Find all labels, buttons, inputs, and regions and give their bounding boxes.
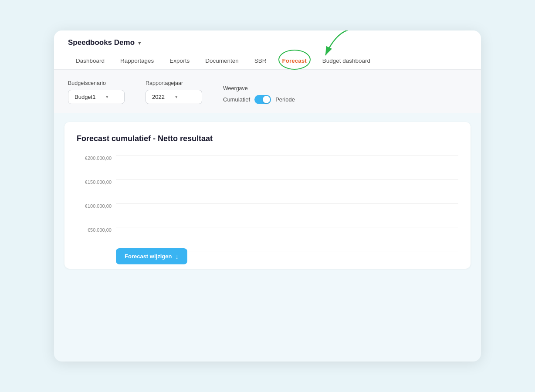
tab-sbr[interactable]: SBR — [247, 53, 274, 69]
tab-budget-dashboard[interactable]: Budget dashboard — [315, 53, 378, 69]
rapportagejaar-label: Rapportagejaar — [146, 80, 202, 86]
brand-name: Speedbooks Demo — [68, 38, 135, 47]
tab-forecast[interactable]: Forecast — [274, 53, 314, 69]
weergave-label: Weergave — [223, 85, 295, 91]
brand-row: Speedbooks Demo ▾ — [68, 38, 467, 47]
tab-documenten[interactable]: Documenten — [197, 53, 247, 69]
y-label-100k: €100.000,00 — [85, 203, 112, 209]
chart-area: €200.000,00 €150.000,00 €100.000,00 €50.… — [77, 155, 458, 269]
rapportagejaar-select[interactable]: 2022 ▾ — [146, 90, 202, 104]
chart-title: Forecast cumulatief - Netto resultaat — [77, 134, 458, 143]
tab-dashboard[interactable]: Dashboard — [68, 53, 112, 69]
budgetscenario-select[interactable]: Budget1 ▾ — [68, 90, 125, 104]
bars-container — [116, 155, 458, 251]
periode-label: Periode — [275, 96, 295, 103]
toggle-knob — [263, 96, 270, 103]
y-label-50k: €50.000,00 — [88, 227, 112, 233]
toggle-row: Cumulatief Periode — [223, 95, 295, 104]
y-label-200k: €200.000,00 — [85, 155, 112, 161]
nav-tabs: Dashboard Rapportages Exports Documenten… — [68, 53, 467, 69]
y-label-150k: €150.000,00 — [85, 179, 112, 185]
main-content: Forecast cumulatief - Netto resultaat €2… — [64, 122, 471, 269]
weergave-group: Weergave Cumulatief Periode — [223, 85, 295, 104]
weergave-toggle[interactable] — [254, 95, 271, 104]
tab-forecast-wrapper: Forecast — [274, 53, 314, 69]
rapportagejaar-chevron-icon: ▾ — [175, 94, 178, 100]
forecast-wijzigen-button[interactable]: Forecast wijzigen ↓ — [116, 248, 187, 264]
cumulatief-label: Cumulatief — [223, 96, 250, 103]
rapportagejaar-value: 2022 — [152, 94, 165, 100]
forecast-btn-arrow-icon: ↓ — [175, 253, 179, 260]
controls-bar: Budgetscenario Budget1 ▾ Rapportagejaar … — [54, 70, 481, 113]
rapportagejaar-group: Rapportagejaar 2022 ▾ — [146, 80, 202, 104]
chart-body: Forecast wijzigen ↓ — [116, 155, 458, 269]
brand-chevron-icon[interactable]: ▾ — [138, 40, 141, 46]
forecast-btn-label: Forecast wijzigen — [125, 253, 172, 260]
budgetscenario-value: Budget1 — [74, 94, 95, 100]
tab-exports[interactable]: Exports — [162, 53, 197, 69]
header: Speedbooks Demo ▾ Dashboard Rapportages … — [54, 30, 481, 70]
budgetscenario-label: Budgetscenario — [68, 80, 125, 86]
budgetscenario-chevron-icon: ▾ — [106, 94, 108, 100]
budgetscenario-group: Budgetscenario Budget1 ▾ — [68, 80, 125, 104]
y-axis: €200.000,00 €150.000,00 €100.000,00 €50.… — [77, 155, 116, 251]
tab-rapportages[interactable]: Rapportages — [112, 53, 162, 69]
app-container: Speedbooks Demo ▾ Dashboard Rapportages … — [54, 30, 481, 362]
